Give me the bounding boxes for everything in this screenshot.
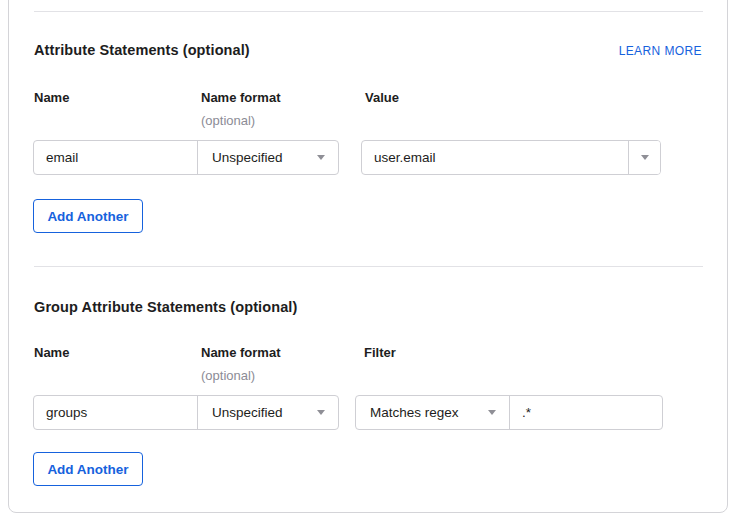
add-another-button[interactable]: Add Another bbox=[33, 452, 143, 486]
divider bbox=[34, 11, 703, 12]
attribute-statements-title: Attribute Statements (optional) bbox=[34, 42, 250, 58]
group-name-format-select[interactable]: Unspecified bbox=[197, 396, 338, 429]
filter-type-select[interactable]: Matches regex bbox=[356, 396, 509, 429]
value-dropdown-toggle[interactable] bbox=[628, 141, 660, 174]
column-header-name-format: Name format bbox=[201, 90, 280, 105]
chevron-down-icon bbox=[488, 410, 496, 415]
add-another-button[interactable]: Add Another bbox=[33, 199, 143, 233]
group-filter-group: Matches regex bbox=[355, 395, 663, 430]
group-attribute-row-name-format-group: Unspecified bbox=[33, 395, 339, 430]
chevron-down-icon bbox=[317, 410, 325, 415]
group-attribute-statements-title: Group Attribute Statements (optional) bbox=[34, 299, 297, 315]
name-format-optional-note: (optional) bbox=[201, 113, 255, 128]
column-header-name: Name bbox=[34, 90, 69, 105]
column-header-name-format: Name format bbox=[201, 345, 280, 360]
name-format-optional-note: (optional) bbox=[201, 368, 255, 383]
column-header-name: Name bbox=[34, 345, 69, 360]
attribute-name-input[interactable] bbox=[34, 141, 197, 174]
name-format-selected-value: Unspecified bbox=[212, 405, 283, 420]
filter-type-selected-value: Matches regex bbox=[370, 405, 459, 420]
learn-more-link[interactable]: LEARN MORE bbox=[619, 44, 702, 58]
attribute-row-name-format-group: Unspecified bbox=[33, 140, 339, 175]
group-attribute-name-input[interactable] bbox=[34, 396, 197, 429]
chevron-down-icon bbox=[317, 155, 325, 160]
name-format-select[interactable]: Unspecified bbox=[197, 141, 338, 174]
filter-value-input[interactable] bbox=[509, 396, 662, 429]
chevron-down-icon bbox=[641, 155, 649, 160]
saml-settings-card: Attribute Statements (optional) LEARN MO… bbox=[8, 0, 728, 513]
divider bbox=[34, 266, 703, 267]
name-format-selected-value: Unspecified bbox=[212, 150, 283, 165]
column-header-value: Value bbox=[365, 90, 399, 105]
attribute-value-group bbox=[361, 140, 661, 175]
attribute-value-input[interactable] bbox=[362, 141, 628, 174]
column-header-filter: Filter bbox=[364, 345, 396, 360]
